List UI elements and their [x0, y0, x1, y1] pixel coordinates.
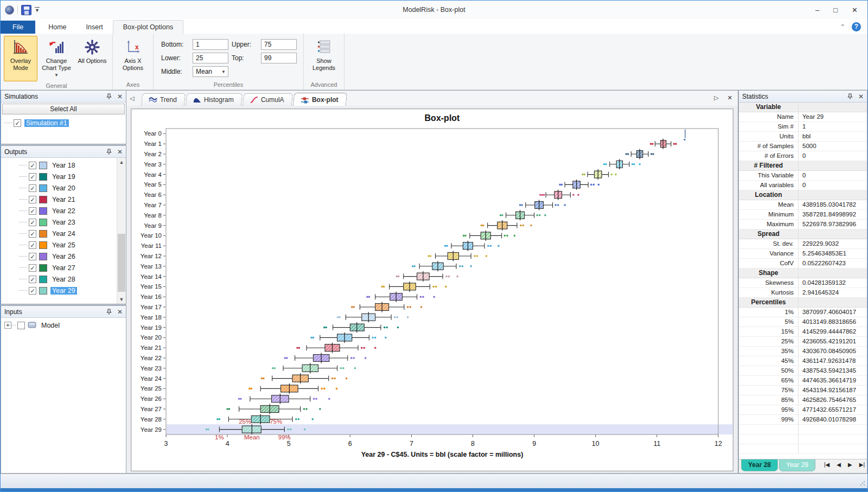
- output-item[interactable]: ✓Year 21: [16, 194, 126, 205]
- output-item[interactable]: ✓Year 26: [16, 251, 126, 262]
- help-icon[interactable]: ?: [852, 22, 861, 31]
- overlay-mode-button[interactable]: Overlay Mode: [4, 36, 37, 81]
- collapse-ribbon-icon[interactable]: ⌃: [840, 23, 845, 30]
- svg-text:8: 8: [471, 440, 475, 448]
- output-checkbox[interactable]: ✓: [29, 207, 36, 215]
- simulation-checkbox[interactable]: ✓: [14, 119, 21, 127]
- prev-sheet-icon[interactable]: ◀: [837, 462, 841, 468]
- output-label[interactable]: Year 27: [50, 264, 77, 272]
- change-chart-type-button[interactable]: Change Chart Type ▼: [40, 36, 73, 81]
- all-options-button[interactable]: All Options: [75, 36, 109, 81]
- tab-scroll-right-icon[interactable]: ▷: [714, 94, 718, 101]
- output-label[interactable]: Year 24: [50, 230, 77, 238]
- output-label[interactable]: Year 18: [50, 162, 77, 169]
- output-checkbox[interactable]: ✓: [29, 230, 36, 238]
- output-item[interactable]: ✓Year 27: [16, 262, 126, 273]
- inputs-panel: Inputs ✕ + Model: [1, 305, 126, 474]
- model-item[interactable]: + Model: [1, 320, 126, 331]
- output-item[interactable]: ✓Year 24: [16, 228, 126, 239]
- box-row-year-19: Year 19: [141, 322, 399, 333]
- output-checkbox[interactable]: ✓: [29, 184, 36, 192]
- tab-boxplot[interactable]: Box-plot: [292, 93, 347, 106]
- output-item[interactable]: ✓Year 18: [16, 159, 126, 171]
- output-label[interactable]: Year 22: [50, 207, 77, 215]
- output-label[interactable]: Year 28: [50, 276, 77, 283]
- output-checkbox[interactable]: ✓: [29, 162, 36, 169]
- tab-boxplot-options[interactable]: Box-plot Options: [113, 20, 183, 34]
- model-label[interactable]: Model: [40, 322, 61, 329]
- axis-x-options-button[interactable]: x Axis X Options: [116, 36, 150, 73]
- output-label[interactable]: Year 29: [50, 287, 77, 295]
- top-input[interactable]: 99: [261, 53, 297, 63]
- stats-row: CofV0.05222607423: [739, 259, 867, 269]
- output-checkbox[interactable]: ✓: [29, 276, 36, 283]
- sheet-tab-year29[interactable]: Year 29: [779, 459, 815, 471]
- tab-home[interactable]: Home: [39, 21, 76, 34]
- simulation-label[interactable]: Simulation #1: [24, 119, 69, 127]
- left-sidebar: Simulations ✕ Select All ✓ Simulation #1: [1, 90, 126, 474]
- expand-icon[interactable]: +: [4, 322, 11, 329]
- close-panel-icon[interactable]: ✕: [117, 148, 123, 156]
- tab-insert[interactable]: Insert: [76, 21, 113, 34]
- output-checkbox[interactable]: ✓: [29, 264, 36, 272]
- output-checkbox[interactable]: ✓: [29, 196, 36, 203]
- pin-icon[interactable]: [106, 93, 112, 100]
- output-label[interactable]: Year 20: [50, 184, 77, 192]
- output-label[interactable]: Year 19: [50, 173, 77, 181]
- output-checkbox[interactable]: ✓: [29, 241, 36, 249]
- output-checkbox[interactable]: ✓: [29, 219, 36, 226]
- output-checkbox[interactable]: ✓: [29, 173, 36, 181]
- pin-icon[interactable]: [847, 93, 853, 100]
- pin-icon[interactable]: [106, 149, 112, 155]
- model-checkbox[interactable]: [17, 322, 25, 329]
- output-label[interactable]: Year 23: [50, 219, 77, 226]
- upper-input[interactable]: 75: [261, 39, 297, 50]
- output-item[interactable]: ✓Year 22: [16, 205, 126, 216]
- output-item[interactable]: ✓Year 23: [16, 216, 126, 228]
- tab-file[interactable]: File: [1, 21, 35, 34]
- output-label[interactable]: Year 26: [50, 253, 77, 260]
- output-label[interactable]: Year 21: [50, 196, 77, 203]
- output-item[interactable]: ✓Year 25: [16, 239, 126, 251]
- close-button[interactable]: ✕: [852, 6, 858, 14]
- tab-trend[interactable]: Trend: [141, 93, 186, 106]
- maximize-button[interactable]: □: [833, 6, 838, 14]
- chevron-down-icon: ▼: [54, 73, 59, 78]
- output-item[interactable]: ✓Year 28: [16, 273, 126, 285]
- bottom-input[interactable]: 1: [193, 39, 228, 50]
- output-item[interactable]: ✓Year 20: [16, 182, 126, 194]
- show-legends-button[interactable]: Show Legends: [307, 36, 341, 73]
- pin-icon[interactable]: [106, 309, 112, 315]
- minimize-button[interactable]: –: [815, 6, 819, 14]
- resize-grip[interactable]: [859, 480, 866, 487]
- output-checkbox[interactable]: ✓: [29, 287, 36, 295]
- scroll-up-icon[interactable]: ▲: [117, 158, 126, 167]
- close-panel-icon[interactable]: ✕: [117, 93, 123, 100]
- close-panel-icon[interactable]: ✕: [858, 93, 864, 100]
- scroll-down-icon[interactable]: ▼: [117, 295, 126, 304]
- tab-histogram[interactable]: Histogram: [186, 93, 242, 106]
- stats-row: 65%4474635.36614719: [739, 376, 867, 386]
- next-sheet-icon[interactable]: ▶: [848, 462, 852, 468]
- box-row-year-2: Year 2: [144, 149, 654, 159]
- close-panel-icon[interactable]: ✕: [117, 308, 123, 316]
- sheet-tab-year28[interactable]: Year 28: [741, 459, 778, 471]
- first-sheet-icon[interactable]: |◀: [824, 462, 829, 468]
- output-label[interactable]: Year 25: [50, 241, 77, 249]
- tab-cumulative[interactable]: CumulA: [242, 93, 293, 106]
- scrollbar-thumb[interactable]: [118, 234, 125, 292]
- middle-dropdown[interactable]: Mean▼: [193, 66, 228, 77]
- last-sheet-icon[interactable]: ▶|: [859, 462, 865, 468]
- lower-input[interactable]: 25: [193, 53, 228, 63]
- stats-empty-row: [739, 435, 867, 444]
- outputs-scrollbar[interactable]: ▲ ▼: [117, 158, 126, 304]
- tab-scroll-left-icon[interactable]: ◁: [130, 95, 134, 102]
- simulation-item[interactable]: ✓ Simulation #1: [1, 117, 126, 129]
- output-item[interactable]: ✓Year 19: [16, 171, 126, 182]
- tab-close-icon[interactable]: ✕: [727, 94, 732, 101]
- overlay-mode-icon: [12, 38, 29, 56]
- output-checkbox[interactable]: ✓: [29, 253, 36, 260]
- output-item[interactable]: ✓Year 29: [16, 285, 126, 296]
- select-all-button[interactable]: Select All: [2, 104, 125, 114]
- output-color-swatch: [39, 230, 47, 238]
